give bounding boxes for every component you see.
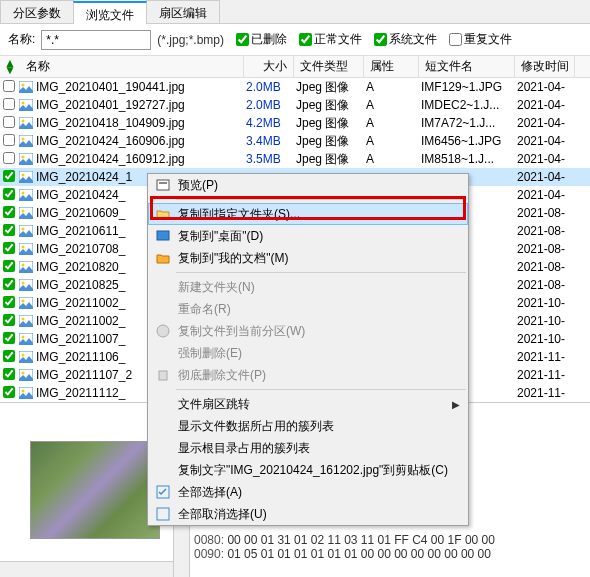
cb-dup[interactable]: 重复文件	[449, 31, 512, 48]
col-short[interactable]: 短文件名	[419, 55, 515, 78]
filter-input[interactable]	[41, 30, 151, 50]
menu-deselect-all[interactable]: 全部取消选择(U)	[148, 503, 468, 525]
menu-select-all[interactable]: 全部选择(A)	[148, 481, 468, 503]
menu-copy-desktop-label: 复制到"桌面"(D)	[174, 228, 460, 245]
col-name[interactable]: 名称	[20, 55, 244, 78]
file-row[interactable]: IMG_20210424_160906.jpg3.4MBJpeg 图像AIM64…	[0, 132, 590, 150]
row-checkbox[interactable]	[0, 188, 18, 203]
name-label: 名称:	[8, 31, 35, 48]
svg-point-11	[22, 174, 25, 177]
svg-point-9	[22, 156, 25, 159]
menu-copy-to-label: 复制到指定文件夹(S)...	[174, 206, 460, 223]
hex-bytes: 01 05 01 01 01 01 01 01 00 00 00 00 00 0…	[227, 547, 491, 561]
image-file-icon	[18, 152, 34, 166]
file-row[interactable]: IMG_20210401_190441.jpg2.0MBJpeg 图像AIMF1…	[0, 78, 590, 96]
row-checkbox[interactable]	[0, 134, 18, 149]
col-size[interactable]: 大小	[244, 55, 294, 78]
menu-sector-jump-label: 文件扇区跳转	[174, 396, 452, 413]
file-mtime: 2021-08-	[513, 260, 573, 274]
row-checkbox[interactable]	[0, 242, 18, 257]
svg-point-25	[22, 300, 25, 303]
image-file-icon	[18, 242, 34, 256]
hex-bytes: 00 00 01 31 01 02 11 03 11 01 FF C4 00 1…	[227, 533, 495, 547]
menu-copy-mydocs-label: 复制到"我的文档"(M)	[174, 250, 460, 267]
context-menu: 预览(P) 复制到指定文件夹(S)... 复制到"桌面"(D) 复制到"我的文档…	[147, 173, 469, 526]
preview-thumbnail[interactable]	[30, 441, 160, 539]
row-checkbox[interactable]	[0, 296, 18, 311]
menu-copy-mydocs[interactable]: 复制到"我的文档"(M)	[148, 247, 468, 269]
image-file-icon	[18, 170, 34, 184]
svg-point-1	[22, 84, 25, 87]
menu-show-root-clusters[interactable]: 显示根目录占用的簇列表	[148, 437, 468, 459]
row-checkbox[interactable]	[0, 260, 18, 275]
row-checkbox[interactable]	[0, 278, 18, 293]
row-checkbox[interactable]	[0, 206, 18, 221]
file-shortname: IMDEC2~1.J...	[417, 98, 513, 112]
file-name: IMG_20210424_160912.jpg	[34, 152, 242, 166]
filter-toolbar: 名称: (*.jpg;*.bmp) 已删除 正常文件 系统文件 重复文件	[0, 24, 590, 56]
menu-show-root-clusters-label: 显示根目录占用的簇列表	[174, 440, 460, 457]
tab-partition-params[interactable]: 分区参数	[0, 0, 74, 23]
menu-new-folder: 新建文件夹(N)	[148, 276, 468, 298]
file-size: 3.5MB	[242, 152, 292, 166]
tab-browse-files[interactable]: 浏览文件	[73, 1, 147, 24]
svg-point-15	[22, 210, 25, 213]
file-mtime: 2021-10-	[513, 296, 573, 310]
submenu-arrow-icon: ▶	[452, 399, 460, 410]
cb-deleted[interactable]: 已删除	[236, 31, 287, 48]
menu-sector-jump[interactable]: 文件扇区跳转 ▶	[148, 393, 468, 415]
row-checkbox[interactable]	[0, 98, 18, 113]
menu-preview[interactable]: 预览(P)	[148, 174, 468, 196]
cb-normal[interactable]: 正常文件	[299, 31, 362, 48]
row-checkbox[interactable]	[0, 368, 18, 383]
svg-point-13	[22, 192, 25, 195]
row-checkbox[interactable]	[0, 224, 18, 239]
thumb-scroll-horizontal[interactable]	[0, 561, 173, 577]
file-row[interactable]: IMG_20210424_160912.jpg3.5MBJpeg 图像AIM85…	[0, 150, 590, 168]
col-mtime[interactable]: 修改时间	[515, 55, 575, 78]
file-mtime: 2021-08-	[513, 278, 573, 292]
menu-perm-delete-label: 彻底删除文件(P)	[174, 367, 460, 384]
menu-copy-desktop[interactable]: 复制到"桌面"(D)	[148, 225, 468, 247]
cb-system[interactable]: 系统文件	[374, 31, 437, 48]
svg-point-21	[22, 264, 25, 267]
menu-new-folder-label: 新建文件夹(N)	[174, 279, 460, 296]
svg-point-33	[22, 372, 25, 375]
svg-point-31	[22, 354, 25, 357]
file-row[interactable]: IMG_20210401_192727.jpg2.0MBJpeg 图像AIMDE…	[0, 96, 590, 114]
row-checkbox[interactable]	[0, 152, 18, 167]
menu-show-file-clusters[interactable]: 显示文件数据所占用的簇列表	[148, 415, 468, 437]
menu-copy-to-folder[interactable]: 复制到指定文件夹(S)...	[148, 203, 468, 225]
col-type[interactable]: 文件类型	[294, 55, 364, 78]
file-row[interactable]: IMG_20210418_104909.jpg4.2MBJpeg 图像AIM7A…	[0, 114, 590, 132]
svg-rect-39	[159, 182, 167, 184]
menu-separator	[176, 389, 466, 390]
tab-sector-edit[interactable]: 扇区编辑	[146, 0, 220, 23]
row-checkbox[interactable]	[0, 350, 18, 365]
menu-preview-label: 预览(P)	[174, 177, 460, 194]
row-checkbox[interactable]	[0, 170, 18, 185]
file-shortname: IM6456~1.JPG	[417, 134, 513, 148]
image-file-icon	[18, 350, 34, 364]
row-checkbox[interactable]	[0, 116, 18, 131]
svg-point-35	[22, 390, 25, 393]
nav-arrows[interactable]: ▲ ▼	[0, 60, 20, 74]
row-checkbox[interactable]	[0, 332, 18, 347]
menu-force-delete: 强制删除(E)	[148, 342, 468, 364]
file-list-header: ▲ ▼ 名称 大小 文件类型 属性 短文件名 修改时间	[0, 56, 590, 78]
cb-dup-label: 重复文件	[464, 31, 512, 48]
menu-copy-text[interactable]: 复制文字"IMG_20210424_161202.jpg"到剪贴板(C)	[148, 459, 468, 481]
svg-point-3	[22, 102, 25, 105]
down-arrow-icon[interactable]: ▼	[4, 67, 16, 74]
row-checkbox[interactable]	[0, 80, 18, 95]
row-checkbox[interactable]	[0, 314, 18, 329]
svg-rect-38	[157, 180, 169, 190]
row-checkbox[interactable]	[0, 386, 18, 401]
file-mtime: 2021-04-	[513, 170, 573, 184]
cb-deleted-label: 已删除	[251, 31, 287, 48]
select-all-icon	[152, 485, 174, 499]
file-name: IMG_20210401_190441.jpg	[34, 80, 242, 94]
image-file-icon	[18, 80, 34, 94]
col-attr[interactable]: 属性	[364, 55, 419, 78]
svg-point-41	[157, 325, 169, 337]
